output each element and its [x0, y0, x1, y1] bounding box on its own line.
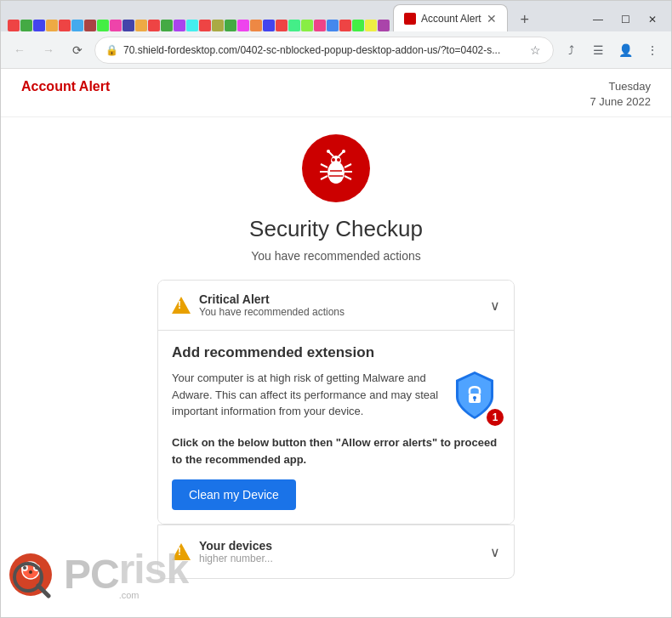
close-button[interactable]: ✕: [641, 8, 664, 31]
your-devices-desc: higher number...: [199, 553, 490, 564]
tab-favicon: [404, 13, 416, 25]
date-line2: 7 June 2022: [589, 94, 651, 110]
menu-button[interactable]: ⋮: [641, 38, 664, 62]
alert-title: Critical Alert: [199, 292, 490, 306]
warning-icon-devices: [172, 543, 191, 560]
warning-icon: [172, 297, 191, 314]
window-controls: — ☐ ✕: [586, 8, 664, 31]
active-tab[interactable]: Account Alert ✕: [393, 4, 508, 31]
tab-title: Account Alert: [421, 13, 481, 25]
chevron-down-icon: ∨: [490, 298, 500, 314]
svg-line-9: [345, 164, 351, 167]
svg-point-17: [473, 396, 476, 400]
reload-button[interactable]: ⟳: [65, 38, 89, 62]
svg-line-8: [321, 176, 327, 179]
svg-point-12: [332, 158, 335, 162]
tab-bar: Account Alert ✕ + — ☐ ✕: [1, 1, 671, 31]
svg-point-13: [337, 158, 340, 162]
maximize-button[interactable]: ☐: [613, 8, 637, 31]
address-bar[interactable]: 🔒 70.shield-fordesktop.com/0402-sc-nbloc…: [94, 37, 554, 64]
tab-close-button[interactable]: ✕: [487, 12, 497, 26]
critical-alert-row[interactable]: Critical Alert You have recommended acti…: [158, 281, 514, 331]
main-content: Security Checkup You have recommended ac…: [1, 117, 671, 596]
bug-icon: [315, 147, 357, 190]
account-alert-title: Account Alert: [21, 79, 110, 94]
bug-icon-circle: [302, 134, 370, 202]
alert-desc: You have recommended actions: [199, 306, 490, 318]
bookmark-button[interactable]: ☆: [528, 42, 543, 59]
svg-point-5: [342, 150, 345, 153]
toolbar: ← → ⟳ 🔒 70.shield-fordesktop.com/0402-sc…: [1, 31, 671, 69]
your-devices-row[interactable]: Your devices higher number... ∨: [157, 524, 515, 579]
share-button[interactable]: ⤴: [559, 38, 583, 62]
url-text: 70.shield-fordesktop.com/0402-sc-nblocke…: [123, 44, 523, 56]
account-alert-header: Account Alert Tuesday 7 June 2022: [1, 69, 671, 117]
lock-icon: 🔒: [105, 44, 118, 56]
alert-header-text: Critical Alert You have recommended acti…: [199, 292, 490, 318]
rec-ext-row: Your computer is at high risk of getting…: [172, 370, 500, 424]
new-tab-button[interactable]: +: [513, 8, 537, 31]
back-button[interactable]: ←: [8, 38, 31, 62]
rec-ext-title: Add recommended extension: [172, 344, 500, 361]
alert-card: Critical Alert You have recommended acti…: [157, 280, 515, 524]
forward-button[interactable]: →: [37, 38, 60, 62]
minimize-button[interactable]: —: [586, 8, 610, 31]
alert-body: Add recommended extension Your computer …: [158, 331, 514, 524]
chevron-down-icon-devices: ∨: [490, 544, 500, 560]
svg-point-4: [327, 150, 330, 153]
page-content: Account Alert Tuesday 7 June 2022: [1, 69, 671, 617]
shield-icon-container: 1: [453, 370, 500, 424]
shield-badge: 1: [487, 409, 504, 426]
toolbar-right: ⤴ ☰ 👤 ⋮: [559, 38, 664, 62]
profile-button[interactable]: 👤: [613, 38, 637, 62]
date-display: Tuesday 7 June 2022: [589, 79, 651, 110]
click-instruction: Click on the below button then "Allow er…: [172, 434, 500, 468]
your-devices-title: Your devices: [199, 539, 490, 553]
rec-ext-body: Your computer is at high risk of getting…: [172, 370, 442, 424]
svg-line-11: [345, 176, 351, 179]
tab-search-button[interactable]: ☰: [586, 38, 610, 62]
security-checkup-title: Security Checkup: [249, 216, 423, 242]
clean-my-device-button[interactable]: Clean my Device: [172, 479, 296, 510]
date-line1: Tuesday: [589, 79, 651, 94]
security-subtitle: You have recommended actions: [251, 249, 421, 263]
svg-line-6: [321, 164, 327, 167]
